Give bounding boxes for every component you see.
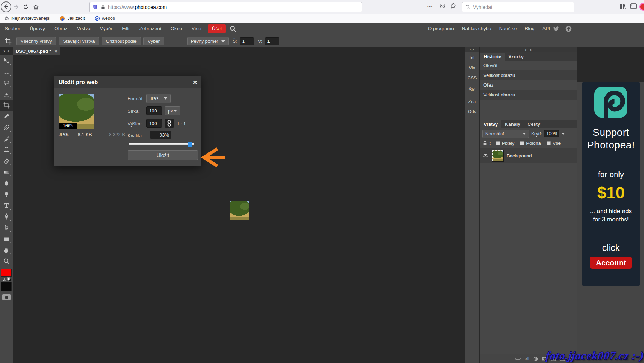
menu-item-soubor[interactable]: Soubor <box>0 23 25 35</box>
move-tool[interactable] <box>0 55 13 66</box>
tab-historie[interactable]: Historie <box>480 53 505 61</box>
pen-tool[interactable] <box>0 211 13 222</box>
menu-item-vyber[interactable]: Výběr <box>95 23 117 35</box>
facebook-link[interactable] <box>565 25 572 32</box>
history-item[interactable]: Velikost obrazu <box>480 90 577 100</box>
blend-mode-select[interactable]: Normální <box>482 130 529 138</box>
dialog-close-icon[interactable]: × <box>193 78 197 87</box>
ratio-select[interactable]: Pevný poměr <box>187 37 229 45</box>
effects-button[interactable]: eff <box>525 356 529 361</box>
opacity-dropdown-icon[interactable] <box>561 133 565 135</box>
dialog-title-bar[interactable]: Uložit pro web <box>54 76 201 88</box>
tab-vzorky[interactable]: Vzorky <box>505 53 527 61</box>
tab-kanaly[interactable]: Kanály <box>501 120 524 128</box>
page-actions-button[interactable]: ⋯ <box>427 3 433 10</box>
quality-slider-thumb[interactable] <box>188 142 192 147</box>
mini-strip-collapse-toggle[interactable]: <> <box>465 47 479 52</box>
swap-colors-icon[interactable] <box>2 278 6 281</box>
brush-tool[interactable] <box>0 133 13 144</box>
menu-item-ucet[interactable]: Účet <box>208 24 226 33</box>
shape-tool[interactable] <box>0 233 13 244</box>
visibility-eye-icon[interactable] <box>482 153 489 158</box>
panels-collapse-toggle[interactable]: > < <box>480 47 577 52</box>
lock-pixels-checkbox[interactable] <box>496 141 500 145</box>
pocket-button[interactable] <box>439 3 446 9</box>
current-layer-button[interactable]: Stávající vrstva <box>59 37 99 45</box>
history-item[interactable]: Ořez <box>480 80 577 90</box>
adjustment-icon[interactable] <box>533 357 538 361</box>
menu-search-button[interactable] <box>229 25 236 32</box>
layer-row-background[interactable]: Background <box>480 148 577 163</box>
mini-tab-inf[interactable]: Inf <box>465 53 479 63</box>
export-height-input[interactable] <box>146 119 162 128</box>
quick-select-tool[interactable] <box>0 88 13 100</box>
eraser-tool[interactable] <box>0 155 13 166</box>
width-ratio-input[interactable] <box>240 37 254 45</box>
bookmark-get-started[interactable]: Jak začít <box>60 16 85 21</box>
mini-tab-ste[interactable]: Ště <box>465 85 479 95</box>
layer-thumbnail[interactable] <box>492 150 503 161</box>
account-button[interactable]: Account <box>590 257 632 269</box>
link-dimensions-button[interactable] <box>165 119 174 128</box>
twitter-link[interactable] <box>553 25 560 32</box>
format-select[interactable]: JPG <box>146 94 171 103</box>
url-bar[interactable]: https://www.photopea.com <box>89 2 362 12</box>
search-bar[interactable]: Vyhledat <box>462 2 574 12</box>
foreground-color-swatch[interactable] <box>1 269 12 277</box>
menu-item-okno[interactable]: Okno <box>166 23 187 35</box>
mini-tab-ods[interactable]: Ods <box>465 107 479 117</box>
mini-tab-vla[interactable]: Vla <box>465 63 479 73</box>
tab-cesty[interactable]: Cesty <box>524 120 544 128</box>
clone-stamp-tool[interactable] <box>0 144 13 155</box>
eyedropper-tool[interactable] <box>0 111 13 122</box>
export-width-input[interactable] <box>146 106 162 115</box>
quality-slider[interactable] <box>128 141 195 147</box>
history-item[interactable]: Otevřít <box>480 61 577 70</box>
path-select-tool[interactable] <box>0 222 13 233</box>
menu-item-filtr[interactable]: Filtr <box>117 23 135 35</box>
sidebar-toggle-button[interactable] <box>630 3 637 9</box>
toolbar-collapse-toggle[interactable]: > < <box>0 47 13 55</box>
dodge-tool[interactable] <box>0 189 13 200</box>
menu-item-api[interactable]: API <box>538 23 554 35</box>
selection-button[interactable]: Výběr <box>143 37 164 45</box>
crop-tool[interactable] <box>0 100 13 111</box>
menu-item-o-programu[interactable]: O programu <box>424 23 458 35</box>
menu-item-upravy[interactable]: Úpravy <box>25 23 50 35</box>
blur-tool[interactable] <box>0 178 13 189</box>
library-button[interactable] <box>619 3 626 10</box>
back-button[interactable] <box>1 1 12 12</box>
document-tab[interactable]: DSC_0967.psd * × <box>13 47 60 55</box>
menu-item-vrstva[interactable]: Vrstva <box>72 23 95 35</box>
reload-button[interactable] <box>20 1 31 12</box>
quality-value-box[interactable]: 93% <box>150 131 171 139</box>
default-colors-icon[interactable] <box>7 277 11 281</box>
menu-item-zobrazeni[interactable]: Zobrazení <box>135 23 166 35</box>
height-ratio-input[interactable] <box>265 37 279 45</box>
home-button[interactable] <box>31 1 41 12</box>
lasso-tool[interactable] <box>0 77 13 88</box>
bookmark-star-button[interactable] <box>450 3 456 9</box>
opacity-input[interactable] <box>544 130 559 137</box>
hand-tool[interactable] <box>0 244 13 256</box>
menu-item-blog[interactable]: Blog <box>521 23 538 35</box>
mini-tab-zna[interactable]: Zna <box>465 97 479 107</box>
quick-mask-button[interactable] <box>2 294 11 300</box>
gradient-tool[interactable] <box>0 166 13 178</box>
support-ad[interactable]: Support Photopea! for only $10 ... and h… <box>582 82 640 286</box>
history-item[interactable]: Velikost obrazu <box>480 70 577 80</box>
lock-position-checkbox[interactable] <box>520 141 524 145</box>
document-image[interactable] <box>230 201 249 220</box>
tab-close-icon[interactable]: × <box>55 49 58 54</box>
menu-item-obraz[interactable]: Obraz <box>50 23 72 35</box>
bookmark-most-visited[interactable]: Nejnavštěvovanější <box>4 16 50 21</box>
text-tool[interactable] <box>0 200 13 211</box>
tab-vrstvy[interactable]: Vrstvy <box>480 120 501 128</box>
lock-all-checkbox[interactable] <box>547 141 551 145</box>
bookmark-wedos[interactable]: wedos <box>95 16 115 21</box>
zoom-tool[interactable] <box>0 256 13 267</box>
all-layers-button[interactable]: Všechny vrstvy <box>16 37 56 45</box>
healing-tool[interactable] <box>0 122 13 133</box>
crop-by-button[interactable]: Oříznout podle <box>102 37 141 45</box>
marquee-tool[interactable] <box>0 66 13 77</box>
